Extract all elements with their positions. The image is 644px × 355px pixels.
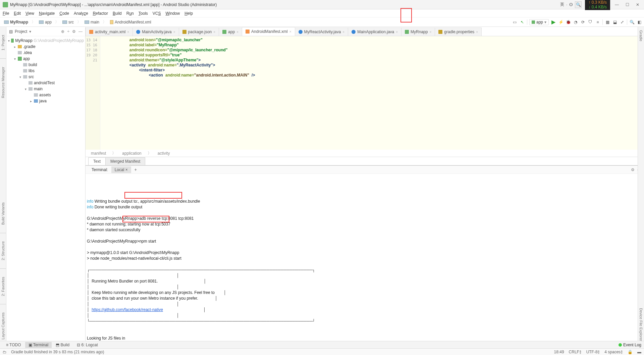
layout-icon[interactable]: ◧ <box>637 19 642 25</box>
menu-analyze[interactable]: Analyze <box>74 11 88 16</box>
expand-icon[interactable]: ▾ <box>13 57 16 61</box>
menu-file[interactable]: File <box>3 11 9 16</box>
menu-vcs[interactable]: VCS <box>153 11 161 16</box>
tool-tab-build[interactable]: ⬒ Build <box>52 342 73 348</box>
bottom-tool-tabs[interactable]: ≡ TODO ▣ Terminal ⬒ Build ⊟ 6: Logcat Ev… <box>0 341 644 348</box>
menu-window[interactable]: Window <box>165 11 180 16</box>
close-icon[interactable]: × <box>342 30 344 34</box>
sidebar-tab-build-variants[interactable]: Build Variants <box>1 201 5 226</box>
expand-icon[interactable]: ▾ <box>8 39 10 43</box>
avd-manager-icon[interactable]: ▦ <box>605 19 610 25</box>
code-content[interactable]: android:icon="@mipmap/ic_launcher" andro… <box>100 36 644 150</box>
menu-navigate[interactable]: Navigate <box>39 11 55 16</box>
menu-code[interactable]: Code <box>59 11 69 16</box>
chevron-down-icon[interactable]: ▾ <box>29 29 31 34</box>
maximize-icon[interactable]: ☐ <box>626 2 629 7</box>
run-button[interactable]: ▶ <box>551 19 556 25</box>
stop-button[interactable]: ■ <box>595 19 600 25</box>
collapse-icon[interactable]: ÷ <box>67 29 69 34</box>
menu-tools[interactable]: Tools <box>139 11 148 16</box>
sync-icon[interactable]: ↖ <box>520 19 525 25</box>
editor-tab[interactable]: MainActivity.java× <box>132 28 179 36</box>
editor-tab[interactable]: activity_main.xml× <box>86 28 133 36</box>
editor-tab[interactable]: package.json× <box>179 28 219 36</box>
terminal-new-tab[interactable]: + <box>131 166 140 173</box>
subtab-text[interactable]: Text <box>88 157 106 165</box>
sidebar-tab-favorites[interactable]: 2: Favorites <box>1 275 5 297</box>
close-icon[interactable]: × <box>127 30 129 34</box>
tool-tab-terminal[interactable]: ▣ Terminal <box>25 342 52 348</box>
code-editor[interactable]: 13 14 15 16 17 18 19 20 21 android:icon=… <box>86 36 644 150</box>
tree-row[interactable]: androidTest <box>6 80 85 86</box>
coverage-icon[interactable]: ⛉ <box>588 19 593 25</box>
gear-icon[interactable]: ⚙ <box>72 29 76 34</box>
editor-tab[interactable]: gradle.properties× <box>435 28 482 36</box>
expand-icon[interactable]: ▾ <box>24 87 27 91</box>
expand-icon[interactable]: ▸ <box>13 45 16 49</box>
search-everywhere-icon[interactable]: 🔍 <box>629 19 635 25</box>
tree-row[interactable]: libs <box>6 68 85 74</box>
device-select-icon[interactable]: ▭ <box>512 19 518 25</box>
right-tool-stripe[interactable]: Gradle Device File Explorer <box>638 27 644 341</box>
status-indent[interactable]: 4 spaces‡ <box>604 350 623 354</box>
breadcrumb[interactable]: MyRnapp 〉 app 〉 src 〉 main 〉 AndroidMani… <box>2 19 153 25</box>
menu-bar[interactable]: File Edit View Navigate Code Analyze Ref… <box>0 9 644 17</box>
hide-icon[interactable]: — <box>78 29 83 34</box>
tree-row[interactable]: ▾ src <box>6 74 85 80</box>
editor-tabs[interactable]: activity_main.xml×MainActivity.java×pack… <box>86 27 644 36</box>
tool-tab-todo[interactable]: ≡ TODO <box>3 342 24 348</box>
editor-tab[interactable]: MyRnapp× <box>401 28 435 36</box>
sidebar-tab-project[interactable]: 1: Project <box>1 34 5 52</box>
event-log-button[interactable]: Event Log <box>619 343 641 347</box>
close-icon[interactable]: × <box>396 30 398 34</box>
close-icon[interactable]: × <box>213 30 215 34</box>
menu-edit[interactable]: Edit <box>14 11 21 16</box>
close-icon[interactable]: × <box>125 167 128 172</box>
subtab-merged-manifest[interactable]: Merged Manifest <box>105 157 145 165</box>
gear-icon[interactable]: ⚙ <box>631 167 635 172</box>
search-icon[interactable]: 🔍 <box>575 1 582 8</box>
debug-button[interactable]: 🐞 <box>566 19 571 25</box>
tree-row[interactable]: ▸ java <box>6 98 85 104</box>
status-encoding[interactable]: UTF-8‡ <box>586 350 600 354</box>
profile-icon[interactable]: ◔ <box>573 19 578 25</box>
terminal-tab-local[interactable]: Local × <box>111 166 131 173</box>
apply-changes-icon[interactable]: ⚡ <box>558 19 564 25</box>
sidebar-tab-device-file-explorer[interactable]: Device File Explorer <box>639 308 643 341</box>
attach-debugger-icon[interactable]: ⟳ <box>580 19 586 25</box>
tree-row[interactable]: ▾ main <box>6 86 85 92</box>
editor-subtabs[interactable]: Text Merged Manifest <box>86 157 644 165</box>
close-icon[interactable]: × <box>236 30 238 34</box>
terminal-content[interactable]: info Writing bundle output to:, app/src/… <box>86 174 644 341</box>
lock-icon[interactable]: 🔒 <box>628 350 633 354</box>
reload-icon[interactable]: ⤢ <box>620 19 625 25</box>
tree-row[interactable]: assets <box>6 92 85 98</box>
sidebar-tab-gradle[interactable]: Gradle <box>639 30 643 41</box>
editor-tab[interactable]: app× <box>219 28 242 36</box>
main-toolbar[interactable]: ▭ ↖ app▾ ▶ ⚡ 🐞 ◔ ⟳ ⛉ ■ ▦ ⬓ ⤢ 🔍 ◧ <box>512 19 642 25</box>
project-tree[interactable]: ▾ MyRnapp G:\AndroidProject\MyRnapp▸ .gr… <box>6 36 85 341</box>
run-config-select[interactable]: app▾ <box>529 19 549 25</box>
project-tool-window[interactable]: ▤ Project ▾ ⊕ ÷ ⚙ — ▾ MyRnapp G:\Android… <box>6 27 86 341</box>
close-icon[interactable]: × <box>289 30 291 34</box>
window-controls[interactable]: — ☐ ✕ <box>613 2 641 7</box>
tree-row[interactable]: ▾ app <box>6 56 85 62</box>
sidebar-tab-layout-captures[interactable]: Layout Captures <box>1 311 5 341</box>
menu-refactor[interactable]: Refactor <box>93 11 108 16</box>
expand-icon[interactable]: ▸ <box>29 99 33 103</box>
tool-tab-logcat[interactable]: ⊟ 6: Logcat <box>73 342 101 348</box>
menu-help[interactable]: Help <box>184 11 193 16</box>
breadcrumb-root[interactable]: MyRnapp <box>2 19 30 25</box>
menu-view[interactable]: View <box>25 11 34 16</box>
minimize-icon[interactable]: — <box>615 2 619 7</box>
menu-run[interactable]: Run <box>126 11 134 16</box>
sidebar-tab-structure[interactable]: 2: Structure <box>1 240 5 262</box>
tree-row[interactable]: ▸ .gradle <box>6 44 85 50</box>
editor-tab[interactable]: AndroidManifest.xml× <box>242 27 295 36</box>
target-icon[interactable]: ⊕ <box>61 29 64 34</box>
tree-row[interactable]: .idea <box>6 50 85 56</box>
editor-tab[interactable]: MainApplication.java× <box>348 28 401 36</box>
close-icon[interactable]: × <box>476 30 478 34</box>
tree-row[interactable]: build <box>6 62 85 68</box>
editor-breadcrumb[interactable]: manifest〉 application〉 activity <box>86 150 644 157</box>
